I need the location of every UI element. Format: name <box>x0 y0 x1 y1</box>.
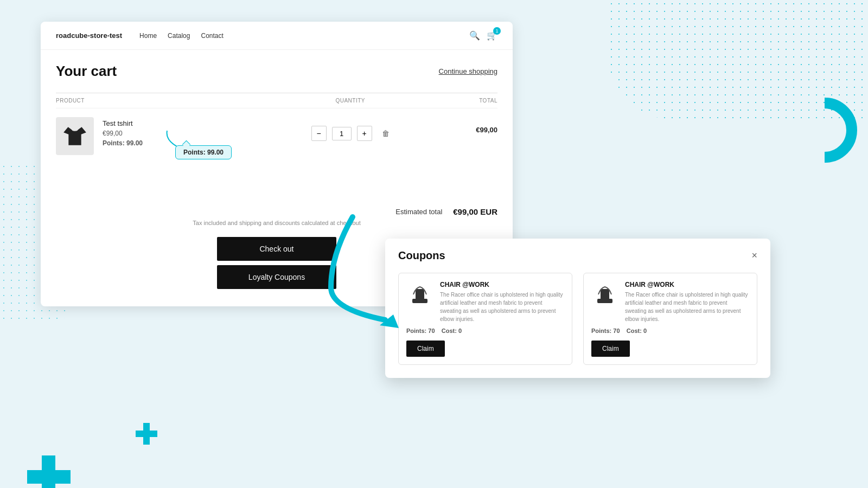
modal-header: Coupons × <box>398 249 757 262</box>
claim-button-1[interactable]: Claim <box>406 341 445 357</box>
nav-link-contact[interactable]: Contact <box>201 32 223 40</box>
item-quantity: − + 🗑 <box>277 117 424 141</box>
big-arrow <box>320 211 418 331</box>
coupon-cost-label-2: Cost: <box>627 328 642 334</box>
continue-shopping-link[interactable]: Continue shopping <box>439 67 497 75</box>
nav-link-home[interactable]: Home <box>139 32 157 40</box>
coupon-name-1: CHAIR @WORK <box>440 281 564 288</box>
points-label: Points: <box>103 139 125 147</box>
nav-links: Home Catalog Contact <box>139 32 469 40</box>
delete-item-button[interactable]: 🗑 <box>382 129 390 138</box>
item-total: €99,00 <box>424 117 497 134</box>
col-total-header: TOTAL <box>424 98 497 104</box>
item-details: Test tshirt €99,00 Points: 99.00 <box>103 117 143 147</box>
coupons-modal: Coupons × CHAIR @WORK The Racer office <box>385 239 770 378</box>
checkout-button[interactable]: Check out <box>217 237 336 261</box>
coupon-desc-2: The Racer office chair is upholstered in… <box>625 291 749 323</box>
coupon-meta-2: Points: 70 Cost: 0 <box>591 328 749 334</box>
coupon-info-1: CHAIR @WORK The Racer office chair is up… <box>440 281 564 323</box>
coupon-info-2: CHAIR @WORK The Racer office chair is up… <box>625 281 749 323</box>
quantity-decrease-button[interactable]: − <box>311 126 327 141</box>
points-value: 99.00 <box>126 139 143 147</box>
coupon-cost-label-1: Cost: <box>442 328 457 334</box>
coupon-name-2: CHAIR @WORK <box>625 281 749 288</box>
cart-title: Your cart <box>56 63 117 80</box>
coupon-top-2: CHAIR @WORK The Racer office chair is up… <box>591 281 749 323</box>
navbar: roadcube-store-test Home Catalog Contact… <box>41 22 513 50</box>
coupon-cost-value-2: 0 <box>643 328 647 334</box>
coupon-image-2 <box>591 281 618 308</box>
nav-logo: roadcube-store-test <box>56 31 122 40</box>
svg-rect-6 <box>601 289 609 300</box>
item-points: Points: 99.00 <box>103 139 143 147</box>
coupon-desc-1: The Racer office chair is upholstered in… <box>440 291 564 323</box>
coupon-card-1: CHAIR @WORK The Racer office chair is up… <box>398 273 572 365</box>
item-image <box>56 117 94 155</box>
coupon-points-value-2: 70 <box>613 328 620 334</box>
coupon-cost-value-1: 0 <box>458 328 462 334</box>
coupon-points-label-2: Points: <box>591 328 611 334</box>
col-product-header: PRODUCT <box>56 98 277 104</box>
svg-rect-8 <box>605 290 607 297</box>
nav-icons: 🔍 🛒 1 <box>469 30 497 41</box>
claim-button-2[interactable]: Claim <box>591 341 630 357</box>
cart-badge: 1 <box>493 27 501 35</box>
quantity-increase-button[interactable]: + <box>357 126 372 141</box>
coupon-top-1: CHAIR @WORK The Racer office chair is up… <box>406 281 564 323</box>
table-header: PRODUCT QUANTITY TOTAL <box>56 93 497 108</box>
tax-note: Tax included and shipping and discounts … <box>56 220 497 226</box>
coupon-meta-1: Points: 70 Cost: 0 <box>406 328 564 334</box>
cart-icon[interactable]: 🛒 1 <box>487 30 497 41</box>
estimated-total: Estimated total €99,00 EUR <box>56 207 497 216</box>
item-name: Test tshirt <box>103 119 143 127</box>
coupon-card-2: CHAIR @WORK The Racer office chair is up… <box>583 273 757 365</box>
coupon-points-value-1: 70 <box>428 328 435 334</box>
search-icon[interactable]: 🔍 <box>469 30 480 41</box>
cart-header: Your cart Continue shopping <box>56 63 497 80</box>
cart-item: Test tshirt €99,00 Points: 99.00 Points:… <box>56 108 497 164</box>
loyalty-coupons-button[interactable]: Loyalty Coupons <box>217 265 336 289</box>
svg-rect-7 <box>603 290 604 297</box>
coupons-grid: CHAIR @WORK The Racer office chair is up… <box>398 273 757 365</box>
col-quantity-header: QUANTITY <box>277 98 424 104</box>
nav-link-catalog[interactable]: Catalog <box>168 32 190 40</box>
item-price: €99,00 <box>103 130 143 137</box>
svg-rect-4 <box>420 290 422 297</box>
estimated-value: €99,00 EUR <box>453 207 497 216</box>
svg-rect-3 <box>418 290 419 297</box>
points-callout: Points: 99.00 <box>175 145 232 159</box>
quantity-input[interactable] <box>332 127 352 140</box>
modal-close-button[interactable]: × <box>751 250 757 261</box>
